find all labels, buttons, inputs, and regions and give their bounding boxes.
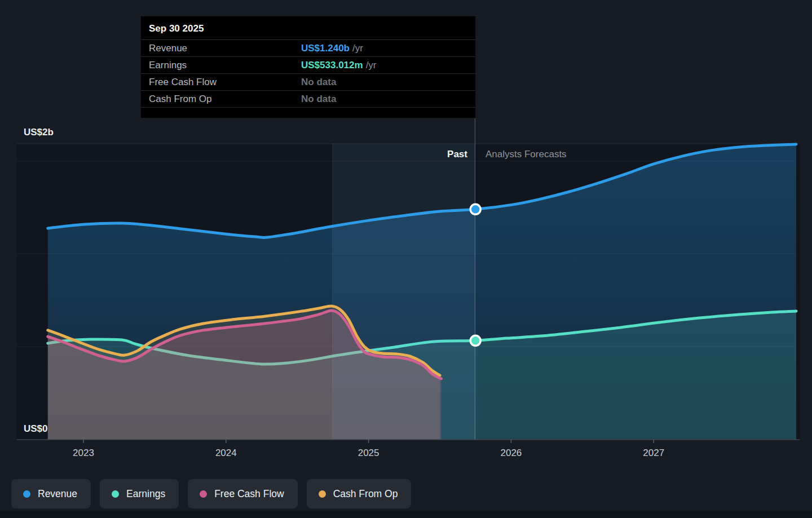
analysts-forecasts-section-label: Analysts Forecasts xyxy=(486,149,567,160)
tooltip-label: Revenue xyxy=(149,43,301,54)
highlight-band-rect xyxy=(333,144,475,440)
tooltip-value: US$1.240b xyxy=(301,43,350,54)
x-tick-label: 2025 xyxy=(358,448,379,458)
legend-item-earnings[interactable]: Earnings xyxy=(100,479,179,508)
legend-item-free-cash-flow[interactable]: Free Cash Flow xyxy=(188,479,298,508)
past-section-label: Past xyxy=(447,149,467,160)
tooltip-label: Earnings xyxy=(149,60,301,71)
tooltip-row-cash-from-op: Cash From Op No data xyxy=(141,91,475,108)
legend-item-cash-from-op[interactable]: Cash From Op xyxy=(307,479,412,508)
tooltip-row-free-cash-flow: Free Cash Flow No data xyxy=(141,74,475,91)
revenue-legend-dot-icon xyxy=(23,490,30,498)
legend-label: Earnings xyxy=(126,488,165,500)
x-tick-label: 2026 xyxy=(500,448,522,458)
x-tick-label: 2027 xyxy=(643,448,664,458)
hover-highlight-band xyxy=(333,144,475,440)
tooltip-row-revenue: Revenue US$1.240b /yr xyxy=(141,40,475,57)
legend-item-revenue[interactable]: Revenue xyxy=(11,479,91,508)
x-tick-label: 2024 xyxy=(215,448,237,458)
cash-from-op-legend-dot-icon xyxy=(319,490,326,498)
tooltip-value-suffix: /yr xyxy=(352,43,363,54)
tooltip-value: US$533.012m xyxy=(301,60,363,71)
chart-tooltip: Sep 30 2025 Revenue US$1.240b /yr Earnin… xyxy=(140,16,476,118)
tooltip-label: Free Cash Flow xyxy=(149,77,301,88)
earnings-and-revenue-growth-chart: 20232024202520262027 US$2b US$0 Past Ana… xyxy=(0,0,812,518)
y-axis-max-label: US$2b xyxy=(24,127,54,138)
tooltip-value: No data xyxy=(301,77,336,88)
y-axis-min-label: US$0 xyxy=(24,423,48,434)
tooltip-row-earnings: Earnings US$533.012m /yr xyxy=(141,57,475,74)
tooltip-value-suffix: /yr xyxy=(366,60,377,71)
legend-label: Free Cash Flow xyxy=(214,488,284,500)
legend-label: Cash From Op xyxy=(333,488,398,500)
revenue-marker[interactable] xyxy=(470,204,480,214)
x-axis: 20232024202520262027 xyxy=(17,440,800,458)
earnings-legend-dot-icon xyxy=(112,490,119,498)
chart-legend: Revenue Earnings Free Cash Flow Cash Fro… xyxy=(11,479,411,508)
tooltip-date: Sep 30 2025 xyxy=(141,16,475,40)
free-cash-flow-legend-dot-icon xyxy=(200,490,207,498)
tooltip-label: Cash From Op xyxy=(149,94,301,105)
bottom-edge-strip xyxy=(0,511,812,518)
x-tick-label: 2023 xyxy=(73,448,94,458)
tooltip-value: No data xyxy=(301,94,336,105)
earnings-marker[interactable] xyxy=(470,335,480,346)
legend-label: Revenue xyxy=(38,488,77,500)
